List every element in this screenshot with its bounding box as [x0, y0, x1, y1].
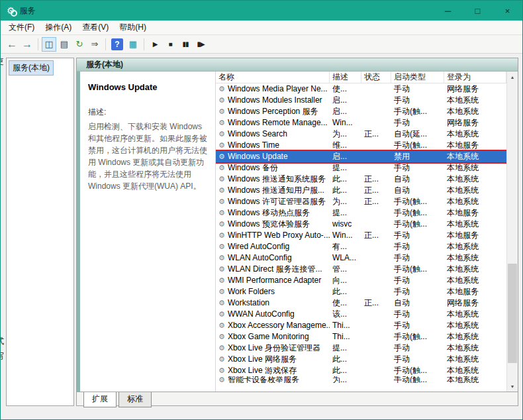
table-row[interactable]: ⚙Xbox Live 游戏保存此...手动(触...本地系统 — [216, 365, 506, 376]
table-row[interactable]: ⚙Workstation使...正...自动网络服务 — [216, 297, 506, 309]
menu-item-help[interactable]: 帮助(H) — [114, 21, 152, 34]
table-row[interactable]: ⚙WinHTTP Web Proxy Auto-...Win...正...手动本… — [216, 230, 506, 241]
cell-status — [361, 241, 391, 252]
cell-description: 为... — [330, 196, 361, 207]
start-service-icon[interactable]: ▶ — [148, 37, 162, 52]
service-gear-icon: ⚙ — [218, 97, 225, 104]
table-row[interactable]: ⚙Wired AutoConfig有...手动本地系统 — [216, 241, 506, 252]
back-icon[interactable]: ← — [5, 37, 19, 52]
tree-item-services-local[interactable]: 服务(本地) — [9, 60, 54, 76]
export-list-icon[interactable]: ⇒ — [87, 37, 102, 52]
table-row[interactable]: ⚙Windows 备份提...手动本地系统 — [216, 162, 506, 174]
table-row[interactable]: ⚙Xbox Accessory Manageme...Thi...手动本地系统 — [216, 320, 506, 331]
service-gear-icon: ⚙ — [218, 142, 225, 149]
properties-icon[interactable]: ▤ — [57, 37, 71, 52]
forward-icon[interactable]: → — [20, 37, 34, 52]
service-gear-icon: ⚙ — [218, 221, 225, 228]
table-row[interactable]: ⚙Windows Media Player Ne...使...手动网络服务 — [216, 83, 506, 95]
column-header-name[interactable]: 名称 — [216, 72, 330, 83]
menu-item-action[interactable]: 操作(A) — [40, 21, 77, 34]
cell-name: ⚙Windows Search — [216, 129, 330, 140]
service-gear-icon: ⚙ — [218, 277, 225, 284]
column-header-status[interactable]: 状态 — [361, 72, 391, 83]
table-row[interactable]: ⚙Windows 移动热点服务提...手动(触...本地服务 — [216, 207, 506, 219]
tab-standard[interactable]: 标准 — [119, 392, 152, 407]
table-row[interactable]: ⚙Windows Remote Manage...Win...手动网络服务 — [216, 117, 506, 129]
refresh-icon[interactable]: ↻ — [72, 37, 87, 52]
cell-logon-as: 本地系统 — [444, 241, 506, 252]
column-header-logon[interactable]: 登录为 — [444, 72, 506, 83]
table-row[interactable]: ⚙WWAN AutoConfig该...手动本地系统 — [216, 309, 506, 320]
cell-name: ⚙Windows 许可证管理器服务 — [216, 196, 330, 207]
cell-logon-as: 本地系统 — [444, 106, 506, 117]
services-window: ⚙ 服务 ─ □ × 文件(F)操作(A)查看(V)帮助(H) ←→◫▤↻⇒?▦… — [0, 0, 523, 420]
service-gear-icon: ⚙ — [218, 311, 225, 318]
column-header-type[interactable]: 启动类型 — [391, 72, 444, 83]
cell-description: 此... — [330, 354, 361, 365]
service-name-text: Xbox Live 身份验证管理器 — [228, 342, 320, 354]
cell-status — [361, 140, 391, 151]
service-gear-icon: ⚙ — [218, 164, 225, 172]
minimize-button[interactable]: ─ — [433, 1, 463, 21]
cell-status — [361, 365, 391, 376]
cell-startup-type: 手动(触... — [391, 196, 444, 207]
service-gear-icon: ⚙ — [218, 131, 225, 138]
maximize-button[interactable]: □ — [463, 1, 493, 21]
service-gear-icon: ⚙ — [218, 322, 225, 329]
close-button[interactable]: × — [493, 1, 522, 21]
table-row[interactable]: ⚙Windows Modules Installer启...手动本地系统 — [216, 95, 506, 106]
list-view-icon[interactable]: ▦ — [126, 37, 140, 52]
table-row[interactable]: ⚙WLAN AutoConfigWLA...手动本地系统 — [216, 252, 506, 264]
main-pane: 服务(本地) Windows Update 描述: 启用检测、下载和安装 Win… — [76, 58, 518, 406]
cell-startup-type: 手动 — [391, 275, 444, 286]
scroll-up-icon[interactable]: ▲ — [507, 72, 518, 82]
scrollbar-thumb[interactable] — [508, 264, 517, 363]
show-console-tree-icon[interactable]: ◫ — [42, 37, 56, 52]
cell-description: 维... — [330, 140, 361, 151]
cell-logon-as: 本地系统 — [444, 331, 506, 342]
table-row[interactable]: ⚙Windows Search为...正...自动(延...本地系统 — [216, 129, 506, 140]
vertical-scrollbar[interactable]: ▲ ▼ — [506, 72, 518, 392]
cell-status — [361, 219, 391, 230]
table-row[interactable]: ⚙WMI Performance Adapter向...手动本地系统 — [216, 275, 506, 286]
description-label: 描述: — [88, 107, 207, 118]
cell-startup-type: 手动 — [391, 309, 444, 320]
cell-logon-as: 本地系统 — [444, 365, 506, 376]
menu-item-file[interactable]: 文件(F) — [3, 21, 40, 34]
cell-status — [361, 286, 391, 297]
table-row[interactable]: ⚙WLAN Direct 服务连接管...管...手动(触...本地系统 — [216, 264, 506, 275]
cell-logon-as: 本地服务 — [444, 140, 506, 151]
menu-item-view[interactable]: 查看(V) — [77, 21, 114, 34]
cell-name: ⚙Windows Time — [216, 140, 330, 151]
column-header-desc[interactable]: 描述 — [330, 72, 361, 83]
restart-service-icon[interactable]: ▮▶ — [193, 37, 208, 52]
window-title: 服务 — [20, 5, 36, 17]
table-row[interactable]: ⚙Windows 许可证管理器服务为...正...手动(触...本地系统 — [216, 196, 506, 207]
table-row[interactable]: ⚙Xbox Game MonitoringThi...手动(触...本地系统 — [216, 331, 506, 342]
background-text-fragment: 式 — [0, 336, 5, 347]
cell-startup-type: 自动 — [391, 174, 444, 185]
cell-startup-type: 手动 — [391, 162, 444, 174]
service-name-text: Xbox Live 网络服务 — [228, 354, 297, 365]
pause-service-icon[interactable]: ▮▮ — [178, 37, 193, 52]
table-row[interactable]: ⚙Windows 预览体验服务wisvc手动(触...本地系统 — [216, 219, 506, 230]
cell-logon-as: 本地系统 — [444, 320, 506, 331]
cell-description: 提... — [330, 342, 361, 354]
table-row[interactable]: ⚙智能卡设备枚举服务为...手动(触...本地系统 — [216, 376, 506, 383]
service-name-text: Xbox Live 游戏保存 — [228, 365, 297, 376]
cell-logon-as: 网络服务 — [444, 297, 506, 309]
table-row[interactable]: ⚙Windows 推送通知用户服...此...正...自动本地系统 — [216, 185, 506, 196]
pane-header: 服务(本地) — [77, 58, 518, 72]
tab-extended[interactable]: 扩展 — [83, 392, 117, 407]
stop-service-icon[interactable]: ■ — [163, 37, 177, 52]
table-row[interactable]: ⚙Work Folders此...手动本地服务 — [216, 286, 506, 297]
help-icon[interactable]: ? — [111, 38, 123, 50]
table-row[interactable]: ⚙Xbox Live 网络服务此...手动本地系统 — [216, 354, 506, 365]
scroll-down-icon[interactable]: ▼ — [507, 381, 518, 392]
table-row[interactable]: ⚙Windows Perception 服务启...手动(触...本地系统 — [216, 106, 506, 117]
cell-name: ⚙WLAN AutoConfig — [216, 252, 330, 264]
table-row[interactable]: ⚙Windows Time维...手动(触...本地服务 — [216, 140, 506, 151]
table-row[interactable]: ⚙Xbox Live 身份验证管理器提...手动本地系统 — [216, 342, 506, 354]
table-row[interactable]: ⚙Windows 推送通知系统服务此...正...自动本地系统 — [216, 174, 506, 185]
table-row[interactable]: ⚙Windows Update启...禁用本地系统 — [216, 151, 506, 162]
